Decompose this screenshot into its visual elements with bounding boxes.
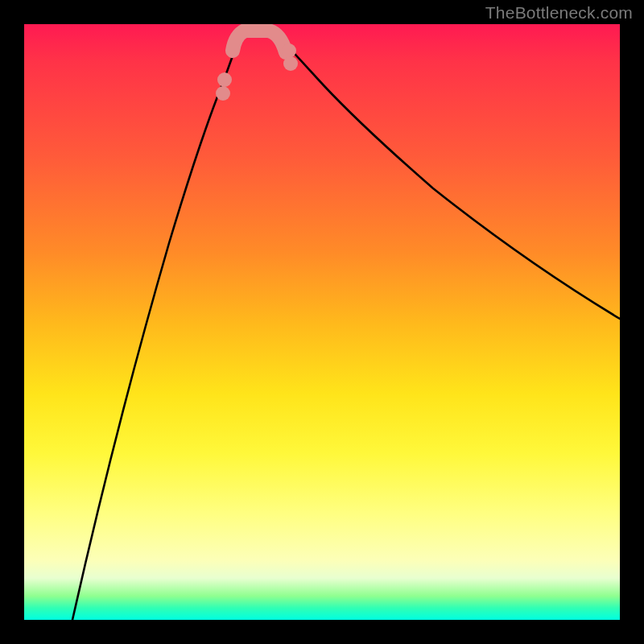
marker-dot (216, 86, 230, 101)
plot-area (24, 24, 620, 620)
curve-layer (24, 24, 620, 620)
marker-dot (282, 43, 296, 58)
watermark-text: TheBottleneck.com (485, 3, 633, 23)
left-curve (72, 30, 246, 620)
marker-dot (283, 56, 298, 71)
right-curve (272, 30, 620, 319)
valley-marker-bar (233, 31, 286, 52)
marker-dot (217, 72, 232, 87)
chart-frame: TheBottleneck.com (0, 0, 644, 644)
